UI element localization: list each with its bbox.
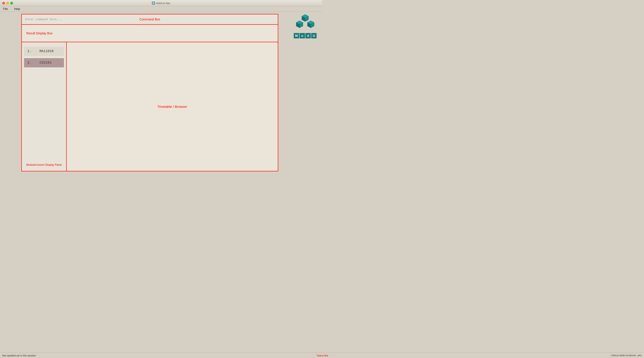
- module-code-2: CS2101: [40, 61, 52, 65]
- close-button[interactable]: [2, 2, 5, 5]
- menu-file[interactable]: File: [2, 7, 9, 11]
- list-item[interactable]: 2. CS2101: [24, 58, 64, 67]
- logo-text: M o d U: [294, 33, 316, 39]
- menu-help[interactable]: Help: [13, 7, 21, 11]
- result-display-box: Result Display Box: [21, 24, 278, 42]
- app-icon: A: [152, 2, 155, 5]
- logo-letter-d: d: [306, 33, 311, 39]
- center-area: Command Box Result Display Box 1. MA1101…: [2, 14, 320, 171]
- menu-bar: File Help: [0, 6, 322, 12]
- module-panel-label: Module/Lesson Display Panel: [22, 163, 66, 166]
- command-input[interactable]: [22, 14, 278, 24]
- logo-letter-u: U: [311, 33, 316, 39]
- logo-letter-o: o: [300, 33, 305, 39]
- module-index-2: 2.: [28, 61, 32, 65]
- logo-letter-m: M: [294, 33, 299, 39]
- module-code-1: MA1101R: [40, 50, 54, 53]
- main-content: Command Box Result Display Box 1. MA1101…: [0, 12, 322, 174]
- logo-cubes-icon: [294, 14, 316, 32]
- title-bar: A Address App: [0, 0, 322, 6]
- lower-panels: 1. MA1101R 2. CS2101 Module/Lesson Displ…: [21, 42, 278, 171]
- minimize-button[interactable]: [6, 2, 9, 5]
- command-box: Command Box: [21, 14, 278, 25]
- window-controls[interactable]: [2, 2, 13, 5]
- window-title: A Address App: [152, 2, 170, 5]
- result-display-label: Result Display Box: [26, 32, 53, 35]
- maximize-button[interactable]: [10, 2, 13, 5]
- list-item[interactable]: 1. MA1101R: [24, 47, 64, 56]
- timetable-label: Timetable / Browser: [157, 105, 187, 109]
- module-panel: 1. MA1101R 2. CS2101 Module/Lesson Displ…: [22, 42, 67, 171]
- logo-area: M o d U: [290, 14, 320, 39]
- timetable-panel: Timetable / Browser: [67, 42, 278, 171]
- svg-text:A: A: [153, 3, 154, 4]
- module-index-1: 1.: [28, 50, 32, 53]
